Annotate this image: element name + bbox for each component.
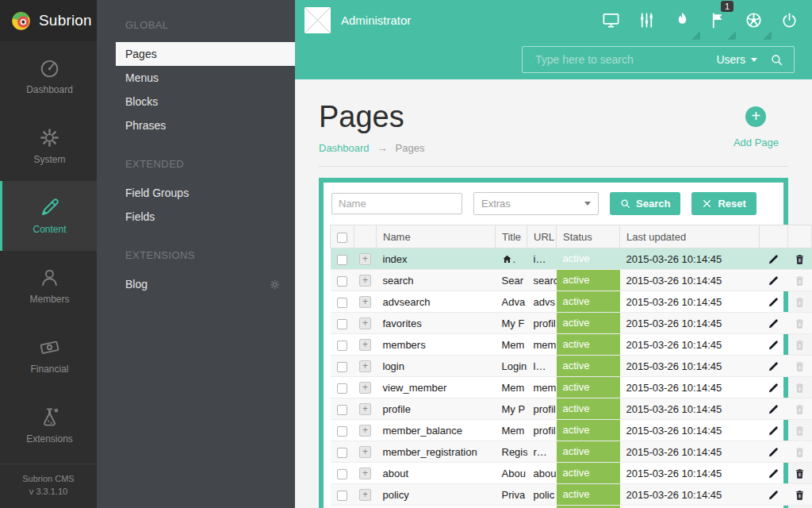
expand-row-button[interactable]: +	[359, 339, 371, 351]
row-checkbox[interactable]	[337, 491, 347, 501]
edit-icon[interactable]	[768, 253, 779, 265]
display-icon[interactable]	[593, 0, 629, 40]
expand-row-button[interactable]: +	[359, 489, 371, 501]
edit-icon[interactable]	[768, 446, 779, 458]
menu-item-phrases[interactable]: Phrases	[97, 114, 295, 137]
power-icon[interactable]	[772, 0, 807, 40]
sidebar-item-financial[interactable]: Financial	[0, 321, 97, 391]
sliders-icon[interactable]	[629, 0, 665, 40]
expand-row-button[interactable]: +	[359, 296, 371, 308]
select-all-checkbox[interactable]	[337, 233, 347, 243]
cell-delete	[788, 484, 812, 506]
edit-icon[interactable]	[768, 489, 779, 501]
row-checkbox[interactable]	[337, 255, 347, 265]
cell-expand: +	[354, 420, 377, 441]
expand-row-button[interactable]: +	[359, 403, 371, 415]
avatar[interactable]	[304, 7, 331, 33]
column-header-last-updated: Last updated	[620, 225, 760, 248]
row-checkbox[interactable]	[337, 362, 347, 372]
edit-icon[interactable]	[768, 339, 779, 351]
row-checkbox[interactable]	[337, 405, 347, 415]
trash-icon[interactable]	[794, 489, 806, 501]
table-row: +loginLoginl…active2015-03-26 10:14:45	[331, 356, 812, 377]
menu-item-label: Menus	[125, 66, 159, 90]
filter-name-input[interactable]	[331, 193, 462, 214]
sidebar-item-extensions[interactable]: Extensions	[0, 391, 97, 460]
search-button[interactable]: Search	[610, 192, 680, 215]
topbar-user-row: Administrator 1	[295, 0, 812, 40]
cell-status: active	[557, 420, 620, 441]
expand-row-button[interactable]: +	[359, 468, 371, 479]
menu-item-fields[interactable]: Fields	[97, 205, 295, 229]
menu-item-blog[interactable]: Blog	[97, 272, 295, 296]
add-page-button[interactable]: + Add Page	[733, 106, 779, 148]
expand-row-button[interactable]: +	[359, 360, 371, 372]
user-name[interactable]: Administrator	[341, 13, 411, 27]
expand-row-button[interactable]: +	[359, 446, 371, 458]
expand-row-button[interactable]: +	[359, 318, 371, 329]
trash-icon[interactable]	[794, 468, 806, 479]
globe-icon[interactable]	[736, 0, 772, 40]
row-checkbox[interactable]	[337, 469, 347, 479]
column-header-url: URL	[527, 225, 557, 248]
table-row: +termsTermt…active2015-03-26 10:14:45	[331, 506, 812, 508]
search-scope-dropdown[interactable]: Users	[716, 53, 757, 66]
filter-extras-select[interactable]: Extras	[473, 192, 599, 215]
edit-icon[interactable]	[768, 468, 779, 479]
menu-item-pages[interactable]: Pages	[116, 42, 295, 66]
expand-row-button[interactable]: +	[359, 425, 371, 437]
reset-button[interactable]: Reset	[691, 192, 756, 215]
sidebar-item-dashboard[interactable]: Dashboard	[0, 41, 97, 111]
close-icon	[702, 198, 712, 209]
row-checkbox[interactable]	[337, 341, 347, 351]
edit-icon[interactable]	[768, 403, 779, 415]
cell-last-updated: 2015-03-26 10:14:45	[620, 484, 760, 506]
status-badge: active	[557, 313, 620, 333]
row-checkbox[interactable]	[337, 319, 347, 329]
edit-icon[interactable]	[768, 360, 779, 372]
edit-icon[interactable]	[768, 275, 779, 287]
row-checkbox[interactable]	[337, 426, 347, 437]
row-checkbox[interactable]	[337, 298, 347, 308]
search-input[interactable]	[523, 53, 716, 66]
menu-item-menus[interactable]: Menus	[97, 66, 295, 90]
sidebar-item-system[interactable]: System	[0, 111, 97, 181]
edit-icon[interactable]	[768, 296, 779, 308]
trash-icon[interactable]	[794, 253, 806, 265]
edit-icon[interactable]	[768, 382, 779, 394]
row-checkbox[interactable]	[337, 383, 347, 394]
main-area: Administrator 1	[295, 0, 812, 508]
table-row: +view_memberMemmemactive2015-03-26 10:14…	[331, 377, 812, 398]
cell-name: login	[377, 356, 496, 377]
flag-icon[interactable]: 1	[700, 0, 736, 40]
edit-icon[interactable]	[768, 425, 779, 437]
sidebar-item-members[interactable]: Members	[0, 251, 97, 321]
trash-icon	[794, 296, 806, 308]
menu-item-blocks[interactable]: Blocks	[97, 90, 295, 114]
breadcrumb-current: Pages	[396, 142, 425, 154]
search-icon[interactable]	[770, 53, 783, 67]
row-checkbox[interactable]	[337, 448, 347, 458]
cell-expand: +	[354, 248, 377, 270]
brand-logo[interactable]: Subrion	[0, 0, 97, 41]
expand-row-button[interactable]: +	[359, 253, 371, 265]
cell-edit	[760, 441, 788, 463]
flame-icon[interactable]	[665, 0, 700, 40]
expand-row-button[interactable]: +	[359, 382, 371, 394]
cell-edit	[760, 506, 788, 508]
sidebar-item-content[interactable]: Content	[0, 181, 97, 251]
cell-edit	[760, 248, 788, 270]
cell-status: active	[557, 377, 620, 398]
blog-settings-gear-icon[interactable]	[269, 279, 281, 291]
cell-url: advs	[527, 291, 557, 313]
expand-row-button[interactable]: +	[359, 275, 371, 287]
cell-url: mem	[527, 334, 557, 356]
breadcrumb-dashboard-link[interactable]: Dashboard	[319, 142, 370, 154]
chevron-down-icon	[584, 202, 591, 206]
dropdown-caret	[691, 31, 700, 40]
row-checkbox[interactable]	[337, 276, 347, 287]
status-badge: active	[557, 334, 620, 355]
cell-last-updated: 2015-03-26 10:14:45	[620, 398, 760, 420]
menu-item-field-groups[interactable]: Field Groups	[97, 181, 295, 205]
edit-icon[interactable]	[768, 318, 779, 329]
